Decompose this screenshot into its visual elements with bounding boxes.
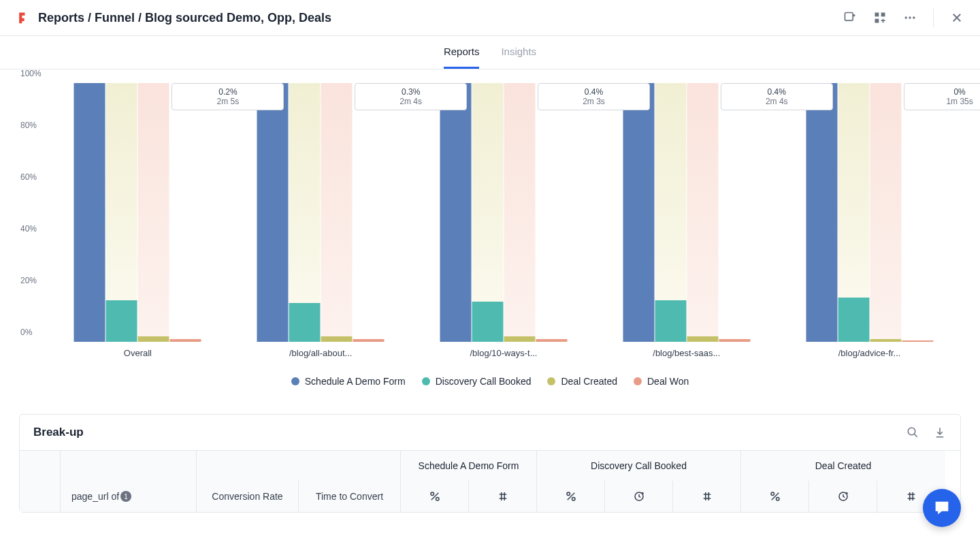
bar[interactable] xyxy=(719,83,750,342)
chart-legend: Schedule A Demo FormDiscovery Call Booke… xyxy=(0,362,980,407)
xlabel: /blog/advice-fr... xyxy=(838,348,901,358)
chart-annotation: 0%1m 35s xyxy=(904,83,980,110)
chart-group: 0.3%2m 4s/blog/all-about... xyxy=(235,83,406,355)
breadcrumb: Reports / Funnel / Blog sourced Demo, Op… xyxy=(38,11,843,25)
sub-pct-icon xyxy=(401,481,469,512)
sub-count-icon xyxy=(673,481,741,512)
bar[interactable] xyxy=(687,83,718,342)
bar[interactable] xyxy=(170,83,201,342)
bar[interactable] xyxy=(838,83,869,342)
chart-group: 0%1m 35s/blog/advice-fr... xyxy=(785,83,955,355)
sub-conv-rate: Conversion Rate xyxy=(197,481,299,512)
header: Reports / Funnel / Blog sourced Demo, Op… xyxy=(0,0,980,36)
breakup-header: Break-up xyxy=(20,415,960,451)
col-step-1: Discovery Call Booked xyxy=(537,451,741,481)
close-icon[interactable] xyxy=(950,11,964,25)
bar[interactable] xyxy=(353,83,385,342)
bar[interactable] xyxy=(806,83,837,342)
bar[interactable] xyxy=(106,83,137,342)
tabs: Reports Insights xyxy=(0,36,980,69)
tab-insights[interactable]: Insights xyxy=(501,36,536,69)
search-icon[interactable] xyxy=(906,426,919,439)
chart-group: 0.4%2m 3s/blog/10-ways-t... xyxy=(419,83,589,355)
tab-reports[interactable]: Reports xyxy=(444,36,480,69)
svg-point-6 xyxy=(913,16,915,18)
legend-swatch xyxy=(547,377,555,385)
pageurl-badge: 1 xyxy=(120,491,131,502)
divider xyxy=(933,8,934,27)
xlabel: /blog/all-about... xyxy=(289,348,353,358)
bar[interactable] xyxy=(536,83,567,342)
legend-item[interactable]: Deal Created xyxy=(547,376,617,387)
legend-label: Schedule A Demo Form xyxy=(305,376,406,387)
svg-point-7 xyxy=(908,428,915,435)
bar[interactable] xyxy=(623,83,654,342)
sub-time-conv: Time to Convert xyxy=(299,481,401,512)
bar[interactable] xyxy=(257,83,289,342)
bar[interactable] xyxy=(289,83,321,342)
legend-label: Discovery Call Booked xyxy=(436,376,532,387)
bar[interactable] xyxy=(138,83,169,342)
col-step-0: Schedule A Demo Form xyxy=(401,451,537,481)
legend-swatch xyxy=(634,377,642,385)
chart-annotation: 0.3%2m 4s xyxy=(355,83,467,110)
bar[interactable] xyxy=(504,83,535,342)
col-pageurl xyxy=(61,451,197,481)
bar[interactable] xyxy=(74,83,105,342)
svg-rect-3 xyxy=(875,19,879,23)
bar[interactable] xyxy=(870,83,901,342)
ytick: 60% xyxy=(20,172,37,182)
xlabel: /blog/10-ways-t... xyxy=(470,348,537,358)
ytick: 80% xyxy=(20,121,37,130)
svg-point-8 xyxy=(431,492,434,496)
legend-label: Deal Won xyxy=(647,376,689,387)
sub-pageurl: page_url of 1 xyxy=(61,481,197,512)
col-blank xyxy=(20,451,61,481)
svg-point-9 xyxy=(436,498,439,501)
svg-rect-2 xyxy=(881,13,885,17)
sub-pct-icon xyxy=(537,481,605,512)
download-icon[interactable] xyxy=(933,426,947,439)
add-panel-icon[interactable] xyxy=(843,11,857,25)
sub-pct-icon xyxy=(741,481,809,512)
bar[interactable] xyxy=(440,83,471,342)
table-header-row: Schedule A Demo Form Discovery Call Book… xyxy=(20,451,960,481)
bar[interactable] xyxy=(902,83,933,342)
sub-blank xyxy=(20,481,61,512)
ytick: 20% xyxy=(20,276,37,285)
funnel-chart: 0%20%40%60%80%100%0.2%2m 5sOverall0.3%2m… xyxy=(0,69,980,362)
breakup-title: Break-up xyxy=(33,426,906,439)
col-step-2: Deal Created xyxy=(741,451,945,481)
svg-point-14 xyxy=(776,498,779,501)
col-metrics xyxy=(197,451,401,481)
chart-group: 0.2%2m 5sOverall xyxy=(52,83,223,355)
svg-point-11 xyxy=(572,498,575,501)
svg-point-4 xyxy=(905,16,907,18)
ytick: 100% xyxy=(20,69,42,78)
breakup-panel: Break-up Schedule A Demo Form Discovery … xyxy=(19,414,961,513)
svg-rect-0 xyxy=(845,13,853,21)
app-logo-icon xyxy=(16,11,30,25)
header-actions xyxy=(843,8,964,27)
dashboard-icon[interactable] xyxy=(873,11,887,25)
xlabel: Overall xyxy=(124,348,152,358)
svg-point-13 xyxy=(771,492,774,496)
pageurl-label: page_url of xyxy=(71,491,119,502)
more-icon[interactable] xyxy=(903,11,917,25)
svg-point-10 xyxy=(567,492,570,496)
legend-swatch xyxy=(291,377,299,385)
table-subheader-row: page_url of 1 Conversion Rate Time to Co… xyxy=(20,481,960,512)
legend-item[interactable]: Deal Won xyxy=(634,376,689,387)
ytick: 0% xyxy=(20,328,32,337)
legend-item[interactable]: Schedule A Demo Form xyxy=(291,376,406,387)
ytick: 40% xyxy=(20,224,37,234)
sub-count-icon xyxy=(469,481,537,512)
bar[interactable] xyxy=(321,83,353,342)
chart-annotation: 0.2%2m 5s xyxy=(172,83,284,110)
chart-annotation: 0.4%2m 3s xyxy=(538,83,650,110)
bar[interactable] xyxy=(472,83,503,342)
chart-group: 0.4%2m 4s/blog/best-saas... xyxy=(602,83,772,355)
xlabel: /blog/best-saas... xyxy=(653,348,720,358)
legend-item[interactable]: Discovery Call Booked xyxy=(422,376,532,387)
bar[interactable] xyxy=(655,83,686,342)
